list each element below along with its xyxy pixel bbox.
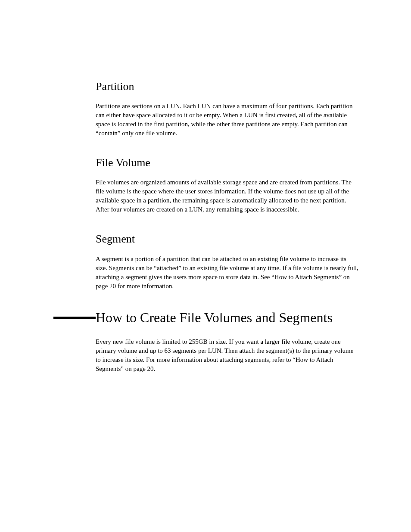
partition-body: Partitions are sections on a LUN. Each L… [96,102,359,138]
file-volume-body: File volumes are organized amounts of av… [96,178,359,214]
document-page: Partition Partitions are sections on a L… [0,0,411,373]
segment-section: Segment A segment is a portion of a part… [96,232,359,290]
partition-section: Partition Partitions are sections on a L… [96,80,359,138]
segment-body: A segment is a portion of a partition th… [96,255,359,291]
how-to-create-body: Every new file volume is limited to 255G… [96,337,359,373]
how-to-create-section: How to Create File Volumes and Segments … [96,309,359,373]
partition-heading: Partition [96,80,359,93]
section-rule-icon [53,317,96,319]
file-volume-heading: File Volume [96,156,359,169]
how-to-create-heading: How to Create File Volumes and Segments [96,309,359,326]
segment-heading: Segment [96,232,359,246]
file-volume-section: File Volume File volumes are organized a… [96,156,359,214]
